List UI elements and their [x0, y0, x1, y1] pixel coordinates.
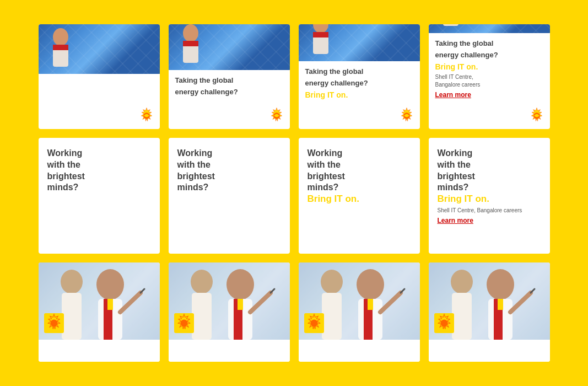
shell-logo-area [299, 105, 420, 129]
svg-rect-46 [368, 299, 373, 310]
card-title-line1: Taking the global [435, 39, 543, 49]
svg-point-37 [180, 320, 187, 327]
svg-point-0 [53, 28, 68, 46]
card-r1c4: Taking the global energy challenge? Brin… [429, 24, 550, 129]
bring-it-on-text: Bring IT on. [305, 90, 413, 99]
working-title: Workingwith thebrightestminds? [438, 148, 541, 194]
card-image [299, 24, 420, 61]
shell-logo-overlay [304, 313, 324, 335]
learn-more-link[interactable]: Learn more [435, 91, 471, 99]
card-r1c3: Taking the global energy challenge? Brin… [299, 24, 420, 129]
card-image [429, 262, 550, 340]
card-r2c2: Workingwith thebrightestminds? [169, 138, 290, 254]
shell-logo-overlay [174, 313, 194, 335]
card-r3c2 [169, 262, 290, 362]
card-r3c3 [299, 262, 420, 362]
svg-point-16 [61, 270, 83, 294]
bring-it-on-text: Bring IT on. [435, 62, 543, 71]
svg-rect-31 [234, 299, 238, 340]
card-body: Taking the global energy challenge? Brin… [299, 61, 420, 105]
svg-point-4 [183, 24, 198, 42]
person-silhouette [304, 24, 337, 61]
card-image [169, 24, 290, 70]
shell-logo [268, 107, 285, 125]
card-text-block: Taking the global energy challenge? Brin… [305, 67, 413, 99]
card-image [429, 24, 550, 33]
card-title-line2: energy challenge? [175, 87, 283, 97]
bring-it-on-text: Bring IT on. [438, 194, 489, 204]
svg-rect-10 [313, 32, 328, 37]
svg-point-38 [321, 270, 343, 294]
svg-rect-35 [238, 299, 243, 310]
card-footer [299, 340, 420, 362]
svg-rect-20 [104, 299, 108, 340]
svg-rect-28 [192, 293, 212, 340]
card-r1c1 [39, 24, 160, 129]
svg-line-22 [120, 293, 141, 312]
shell-logo-overlay [44, 313, 64, 335]
shell-logo [528, 107, 546, 125]
svg-point-49 [451, 270, 473, 294]
shell-logo [304, 313, 324, 333]
shell-logo-overlay [434, 313, 454, 335]
card-footer [39, 340, 160, 362]
svg-point-8 [313, 24, 328, 33]
card-text-block: Taking the global energy challenge? Brin… [435, 39, 543, 99]
svg-rect-57 [498, 299, 503, 310]
svg-rect-42 [364, 299, 368, 340]
svg-rect-53 [494, 299, 498, 340]
card-r1c2: Taking the global energy challenge? [169, 24, 290, 129]
card-image [39, 262, 160, 340]
shell-logo [44, 313, 64, 333]
shell-logo [398, 107, 416, 125]
svg-point-48 [310, 320, 317, 327]
svg-rect-50 [452, 293, 472, 340]
card-image [299, 262, 420, 340]
card-title-line1: Taking the global [305, 67, 413, 77]
main-grid: Taking the global energy challenge? Taki… [28, 13, 561, 373]
svg-point-51 [487, 269, 514, 300]
shell-logo [434, 313, 454, 333]
card-text-block: Workingwith thebrightestminds? Bring IT … [438, 148, 541, 225]
card-body: Workingwith thebrightestminds? Bring IT … [299, 138, 420, 254]
person-silhouette [434, 24, 467, 33]
card-subtitle: Shell IT Centre,Bangalore careers [435, 73, 543, 89]
card-image [39, 24, 160, 74]
card-body: Taking the global energy challenge? [169, 70, 290, 105]
svg-rect-13 [443, 24, 458, 26]
person-silhouette [174, 24, 207, 70]
card-title-line2: energy challenge? [305, 78, 413, 88]
working-title: Workingwith thebrightestminds? [47, 148, 151, 194]
card-r2c4: Workingwith thebrightestminds? Bring IT … [429, 138, 550, 254]
svg-point-59 [440, 320, 447, 327]
card-subtitle: Shell IT Centre, Bangalore careers [438, 207, 541, 215]
card-text-block: Workingwith thebrightestminds? Bring IT … [308, 148, 411, 205]
learn-more-link[interactable]: Learn more [438, 217, 473, 224]
svg-point-26 [50, 320, 57, 327]
svg-point-18 [96, 269, 124, 300]
card-title-line2: energy challenge? [435, 50, 543, 60]
card-body: Taking the global energy challenge? Brin… [429, 33, 550, 105]
shell-logo [138, 107, 155, 125]
working-title: Workingwith thebrightestminds? [177, 148, 281, 194]
bring-it-on-text: Bring IT on. [308, 194, 359, 204]
svg-rect-24 [107, 299, 113, 310]
svg-line-44 [380, 293, 401, 312]
card-r2c3: Workingwith thebrightestminds? Bring IT … [299, 138, 420, 254]
svg-rect-39 [322, 293, 342, 340]
card-footer [169, 340, 290, 362]
card-body: Workingwith thebrightestminds? [39, 138, 160, 254]
person-silhouette [44, 27, 77, 74]
svg-line-33 [250, 293, 271, 312]
working-title: Workingwith thebrightestminds? [308, 148, 411, 194]
card-r3c4 [429, 262, 550, 362]
svg-rect-17 [62, 293, 82, 340]
shell-logo-area [39, 105, 160, 129]
card-body: Workingwith thebrightestminds? Bring IT … [429, 138, 550, 254]
card-body: Workingwith thebrightestminds? [169, 138, 290, 254]
svg-rect-6 [183, 41, 198, 46]
shell-logo-area [429, 105, 550, 129]
card-r2c1: Workingwith thebrightestminds? [39, 138, 160, 254]
card-image [169, 262, 290, 340]
svg-point-40 [357, 269, 384, 300]
